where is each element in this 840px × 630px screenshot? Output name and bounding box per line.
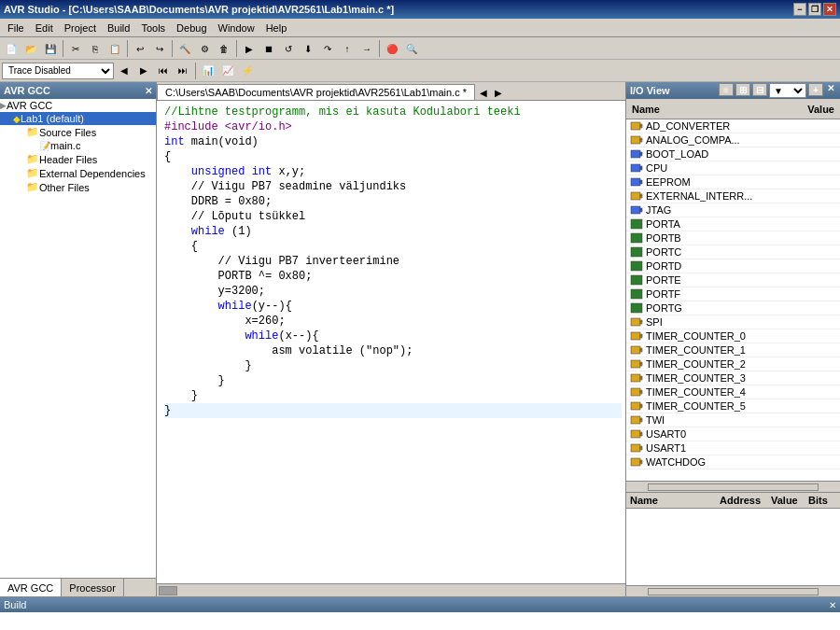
trace-dropdown[interactable]: Trace Disabled bbox=[2, 63, 114, 79]
io-item-1[interactable]: ANALOG_COMPA... bbox=[626, 133, 840, 147]
minimize-button[interactable]: − bbox=[793, 3, 806, 16]
right-panel-close[interactable]: ✕ bbox=[825, 83, 836, 98]
tree-item-5[interactable]: 📁 External Dependencies bbox=[0, 166, 156, 180]
tab-nav-left[interactable]: ◀ bbox=[476, 86, 491, 100]
tb-debug-stop[interactable]: ⏹ bbox=[259, 39, 278, 58]
tb-debug-start[interactable]: ▶ bbox=[240, 39, 259, 58]
io-item-3[interactable]: CPU bbox=[626, 161, 840, 175]
tab-nav-right[interactable]: ▶ bbox=[491, 86, 506, 100]
io-register-list[interactable]: AD_CONVERTERANALOG_COMPA...BOOT_LOADCPUE… bbox=[626, 119, 840, 481]
tb-build[interactable]: 🔨 bbox=[175, 39, 194, 58]
tb-open[interactable]: 📂 bbox=[21, 39, 40, 58]
io-item-11[interactable]: PORTE bbox=[626, 273, 840, 287]
close-button[interactable]: ✕ bbox=[823, 3, 836, 16]
tb-rebuild[interactable]: ⚙ bbox=[195, 39, 214, 58]
tree-item-0[interactable]: ▶ AVR GCC bbox=[0, 99, 156, 112]
restore-button[interactable]: ❐ bbox=[808, 3, 821, 16]
editor-tab-main[interactable]: C:\Users\SAAB\Documents\AVR projektid\AV… bbox=[157, 84, 475, 100]
io-add-btn[interactable]: + bbox=[808, 83, 823, 96]
tb-save[interactable]: 💾 bbox=[41, 39, 60, 58]
io-item-23[interactable]: USART1 bbox=[626, 441, 840, 455]
tb-extra1[interactable]: 📊 bbox=[199, 62, 217, 80]
io-item-21[interactable]: TWI bbox=[626, 413, 840, 427]
io-item-15[interactable]: TIMER_COUNTER_0 bbox=[626, 329, 840, 343]
io-btn2[interactable]: ⊞ bbox=[735, 83, 750, 96]
tb-step-out[interactable]: ↑ bbox=[338, 39, 357, 58]
svg-rect-64 bbox=[640, 320, 642, 322]
menu-help[interactable]: Help bbox=[260, 21, 293, 35]
io-item-7[interactable]: PORTA bbox=[626, 217, 840, 231]
io-item-14[interactable]: SPI bbox=[626, 315, 840, 329]
tb-trace4[interactable]: ⏭ bbox=[174, 62, 192, 80]
io-hscroll-bar[interactable] bbox=[648, 483, 819, 491]
io-bottom-hscroll-bar[interactable] bbox=[648, 588, 819, 595]
tb-step-over[interactable]: ↷ bbox=[318, 39, 337, 58]
io-item-8[interactable]: PORTB bbox=[626, 231, 840, 245]
svg-rect-70 bbox=[640, 348, 642, 350]
tb-new[interactable]: 📄 bbox=[2, 39, 21, 58]
io-icon-22: USART0 bbox=[630, 428, 836, 440]
io-item-9[interactable]: PORTC bbox=[626, 245, 840, 259]
io-item-20[interactable]: TIMER_COUNTER_5 bbox=[626, 399, 840, 413]
project-tree[interactable]: ▶ AVR GCC◆ Lab1 (default)📁 Source Files📝… bbox=[0, 99, 156, 578]
io-item-24[interactable]: WATCHDOG bbox=[626, 455, 840, 469]
tb-cut[interactable]: ✂ bbox=[66, 39, 85, 58]
io-item-5[interactable]: EXTERNAL_INTERR... bbox=[626, 189, 840, 203]
menu-window[interactable]: Window bbox=[213, 21, 260, 35]
io-btn1[interactable]: ≡ bbox=[719, 83, 734, 96]
io-hscroll[interactable] bbox=[626, 481, 840, 492]
tb-paste[interactable]: 📋 bbox=[105, 39, 124, 58]
menu-project[interactable]: Project bbox=[59, 21, 102, 35]
tb-trace2[interactable]: ▶ bbox=[134, 62, 153, 80]
tree-item-6[interactable]: 📁 Other Files bbox=[0, 180, 156, 194]
tab-processor[interactable]: Processor bbox=[62, 579, 124, 596]
tb-step-into[interactable]: ⬇ bbox=[299, 39, 317, 58]
code-editor[interactable]: //Lihtne testprogramm, mis ei kasuta Kod… bbox=[157, 101, 625, 583]
tb-breakpoint[interactable]: 🔴 bbox=[383, 39, 401, 58]
tree-item-4[interactable]: 📁 Header Files bbox=[0, 152, 156, 166]
menu-build[interactable]: Build bbox=[102, 21, 135, 35]
io-btn3[interactable]: ⊟ bbox=[752, 83, 767, 96]
io-item-12[interactable]: PORTF bbox=[626, 287, 840, 301]
tb-clean[interactable]: 🗑 bbox=[215, 39, 233, 58]
io-select[interactable]: ▼ bbox=[769, 83, 806, 98]
hscroll-thumb[interactable] bbox=[159, 586, 177, 595]
tb-trace1[interactable]: ◀ bbox=[115, 62, 133, 80]
tb-undo[interactable]: ↩ bbox=[131, 39, 149, 58]
tb-debug-reset[interactable]: ↺ bbox=[279, 39, 298, 58]
io-item-2[interactable]: BOOT_LOAD bbox=[626, 147, 840, 161]
svg-rect-15 bbox=[631, 192, 640, 200]
io-item-16[interactable]: TIMER_COUNTER_1 bbox=[626, 343, 840, 357]
tab-avr-gcc[interactable]: AVR GCC bbox=[0, 579, 62, 596]
io-bottom-hscroll[interactable] bbox=[626, 585, 840, 596]
code-line-19: asm volatile ("nop"); bbox=[164, 343, 622, 358]
io-item-13[interactable]: PORTG bbox=[626, 301, 840, 315]
io-icon-11: PORTE bbox=[630, 274, 836, 286]
io-item-18[interactable]: TIMER_COUNTER_3 bbox=[626, 371, 840, 385]
tb-run-to[interactable]: → bbox=[357, 39, 376, 58]
menu-edit[interactable]: Edit bbox=[30, 21, 59, 35]
tb-find[interactable]: 🔍 bbox=[402, 39, 421, 58]
tree-item-2[interactable]: 📁 Source Files bbox=[0, 125, 156, 139]
io-item-4[interactable]: EEPROM bbox=[626, 175, 840, 189]
io-col-name: Name bbox=[632, 104, 660, 115]
tb-trace3[interactable]: ⏮ bbox=[154, 62, 173, 80]
tb-extra2[interactable]: 📈 bbox=[218, 62, 237, 80]
io-item-22[interactable]: USART0 bbox=[626, 427, 840, 441]
io-item-19[interactable]: TIMER_COUNTER_4 bbox=[626, 385, 840, 399]
tb-copy[interactable]: ⎘ bbox=[86, 39, 105, 58]
io-item-0[interactable]: AD_CONVERTER bbox=[626, 119, 840, 133]
tree-item-1[interactable]: ◆ Lab1 (default) bbox=[0, 112, 156, 125]
io-item-10[interactable]: PORTD bbox=[626, 259, 840, 273]
bottom-panel-close[interactable]: ✕ bbox=[829, 600, 836, 610]
tb-redo[interactable]: ↪ bbox=[150, 39, 169, 58]
tb-extra3[interactable]: ⚡ bbox=[238, 62, 257, 80]
menu-file[interactable]: File bbox=[2, 21, 30, 35]
menu-debug[interactable]: Debug bbox=[171, 21, 212, 35]
menu-tools[interactable]: Tools bbox=[135, 21, 171, 35]
io-item-6[interactable]: JTAG bbox=[626, 203, 840, 217]
left-panel-close[interactable]: ✕ bbox=[145, 86, 152, 96]
io-item-17[interactable]: TIMER_COUNTER_2 bbox=[626, 357, 840, 371]
editor-hscroll[interactable] bbox=[157, 583, 625, 596]
tree-item-3[interactable]: 📝 main.c bbox=[0, 139, 156, 152]
